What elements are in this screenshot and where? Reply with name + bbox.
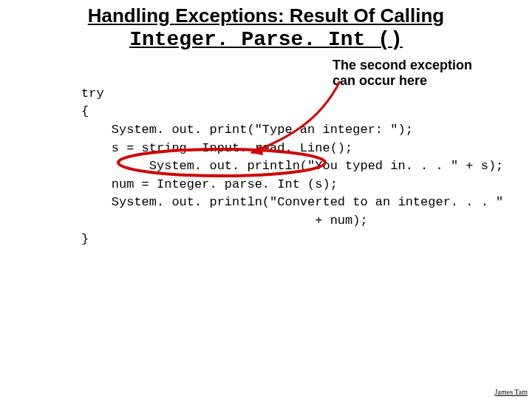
title-line-2: Integer. Parse. Int (): [129, 28, 403, 51]
code-line: {: [81, 104, 89, 118]
code-line: System. out. println("You typed in. . . …: [81, 159, 503, 173]
code-line: System. out. print("Type an integer: ");: [81, 123, 413, 137]
code-line: try: [81, 86, 104, 100]
code-line: System. out. println("Converted to an in…: [81, 195, 503, 209]
footer-author: James Tam: [495, 388, 528, 396]
code-line: }: [81, 232, 89, 246]
title-line-1: Handling Exceptions: Result Of Calling: [88, 4, 445, 27]
code-block: try { System. out. print("Type an intege…: [81, 66, 503, 248]
slide-title: Handling Exceptions: Result Of Calling I…: [0, 0, 532, 52]
code-line: s = string. Input. read. Line();: [81, 141, 352, 155]
code-line: + num);: [81, 214, 368, 228]
code-line: num = Integer. parse. Int (s);: [81, 177, 338, 191]
